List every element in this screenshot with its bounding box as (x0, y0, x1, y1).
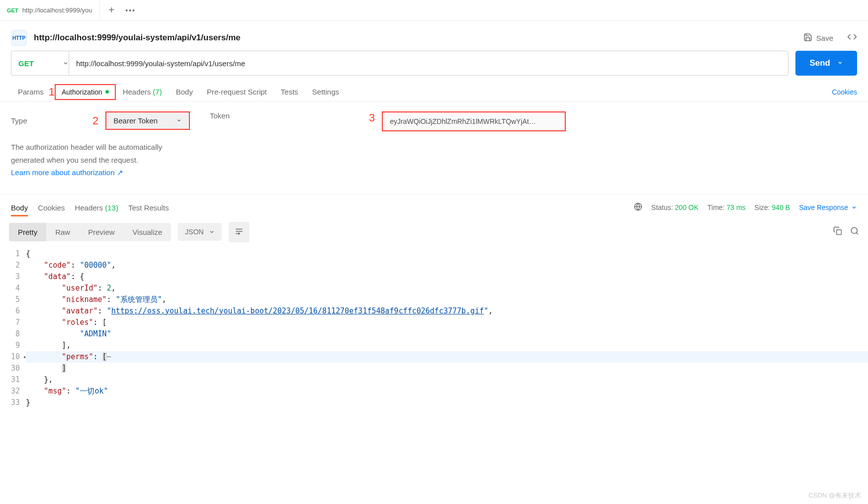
status-block: Status: 200 OK (651, 203, 698, 211)
time-block: Time: 73 ms (707, 203, 746, 211)
tab-settings[interactable]: Settings (305, 83, 346, 101)
tab-bar: GET http://localhost:9999/you + ••• (0, 0, 868, 21)
tab-params[interactable]: Params (11, 83, 51, 101)
resp-tab-tests[interactable]: Test Results (128, 200, 169, 216)
url-row: GET http://localhost:9999/youlai-system/… (0, 51, 868, 83)
chevron-down-icon (176, 116, 182, 125)
resp-tab-headers[interactable]: Headers (13) (75, 200, 118, 216)
format-select[interactable]: JSON (178, 223, 221, 241)
chevron-down-icon (63, 59, 69, 68)
copy-icon[interactable] (833, 226, 842, 238)
save-icon (803, 33, 812, 43)
auth-panel: Type 2 Bearer Token The authorization he… (0, 101, 868, 195)
tab-tests[interactable]: Tests (274, 83, 305, 101)
resp-tab-cookies[interactable]: Cookies (38, 200, 65, 216)
auth-desc-2: generated when you send the request. (11, 156, 138, 164)
auth-type-value: Bearer Token (113, 116, 158, 125)
auth-type-select[interactable]: Bearer Token (105, 111, 190, 130)
method-select[interactable]: GET (11, 51, 76, 76)
search-icon[interactable] (850, 226, 859, 238)
tab-headers[interactable]: Headers (7) (116, 83, 169, 101)
active-dot-icon (105, 90, 109, 94)
annotation-1: 1 (49, 86, 55, 99)
new-tab-icon[interactable]: + (109, 4, 115, 16)
tab-method: GET (7, 7, 18, 13)
request-tabs: Params 1 Authorization Headers (7) Body … (0, 83, 868, 101)
send-button[interactable]: Send (795, 51, 857, 76)
line-gutter: 1 2 3 4 5 6 7 8 9 10▸ 30 31 32 33 (0, 248, 26, 408)
view-pretty[interactable]: Pretty (9, 223, 46, 241)
svg-point-5 (851, 227, 857, 233)
token-input[interactable]: eyJraWQiOiJjZDhlZmRhZi1lMWRkLTQwYjAt… (382, 111, 566, 131)
auth-learn-more-link[interactable]: Learn more about authorization ↗ (11, 168, 123, 177)
http-icon: HTTP (11, 30, 27, 46)
tab-title: http://localhost:9999/you (22, 6, 92, 14)
view-toolbar: Pretty Raw Preview Visualize JSON (0, 216, 868, 248)
response-tabs: Body Cookies Headers (13) Test Results S… (0, 195, 868, 216)
save-button[interactable]: Save (803, 33, 833, 43)
resp-tab-body[interactable]: Body (11, 200, 28, 216)
send-label: Send (809, 58, 830, 68)
method-value: GET (18, 59, 34, 68)
wrap-icon[interactable] (229, 222, 250, 242)
tab-controls: + ••• (100, 4, 145, 16)
cookies-link[interactable]: Cookies (832, 88, 857, 96)
code-source: { "code": "00000", "data": { "userId": 2… (26, 248, 868, 408)
tab-prerequest[interactable]: Pre-request Script (200, 83, 274, 101)
svg-line-6 (856, 232, 858, 234)
fold-arrow-icon[interactable]: ▸ (23, 352, 27, 362)
view-visualize[interactable]: Visualize (124, 223, 172, 241)
code-icon[interactable] (847, 32, 857, 44)
save-label: Save (816, 34, 833, 42)
request-name: http://localhost:9999/youlai-system/api/… (34, 33, 803, 43)
token-label: Token (210, 111, 369, 120)
view-mode-tabs: Pretty Raw Preview Visualize (9, 223, 171, 241)
size-block: Size: 940 B (755, 203, 790, 211)
save-response-button[interactable]: Save Response (799, 203, 857, 211)
tab-authorization-label: Authorization (62, 88, 102, 96)
tab-menu-icon[interactable]: ••• (125, 6, 136, 14)
annotation-3: 3 (369, 111, 375, 124)
auth-desc-1: The authorization header will be automat… (11, 143, 162, 151)
request-tab[interactable]: GET http://localhost:9999/you (0, 0, 100, 20)
view-preview[interactable]: Preview (79, 223, 123, 241)
tab-body[interactable]: Body (169, 83, 200, 101)
chevron-down-icon (837, 60, 843, 67)
auth-type-label: Type (11, 116, 86, 125)
url-input[interactable]: http://localhost:9999/youlai-system/api/… (69, 51, 788, 76)
annotation-2: 2 (92, 114, 98, 127)
view-raw[interactable]: Raw (46, 223, 79, 241)
request-header: HTTP http://localhost:9999/youlai-system… (0, 21, 868, 51)
response-body[interactable]: 1 2 3 4 5 6 7 8 9 10▸ 30 31 32 33 { "cod… (0, 248, 868, 413)
globe-icon[interactable] (634, 202, 642, 212)
svg-rect-4 (837, 229, 842, 234)
tab-authorization[interactable]: Authorization (55, 84, 116, 100)
